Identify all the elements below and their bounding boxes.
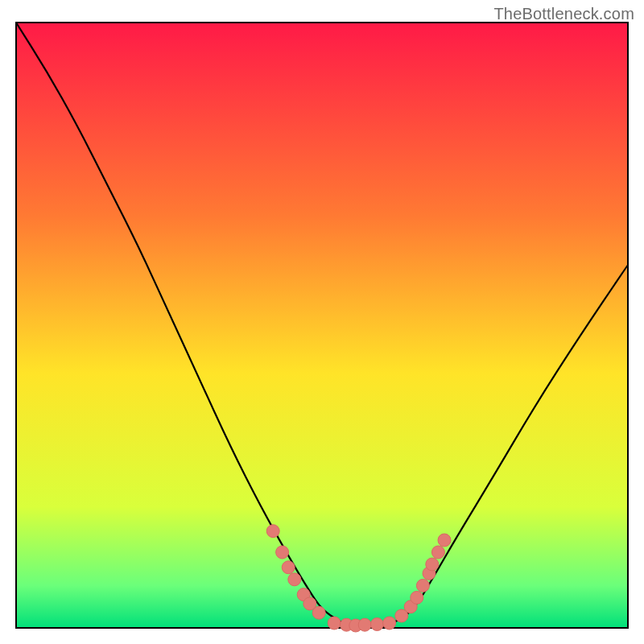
data-marker [438, 534, 451, 547]
data-marker [282, 561, 295, 574]
data-marker [426, 558, 439, 571]
data-marker [266, 525, 279, 538]
data-marker [370, 618, 383, 631]
data-marker [411, 591, 423, 604]
data-marker [383, 617, 396, 630]
data-marker [358, 618, 371, 631]
data-marker [288, 573, 301, 586]
bottleneck-chart [0, 0, 644, 644]
data-marker [416, 579, 429, 592]
watermark-text: TheBottleneck.com [493, 5, 634, 23]
data-marker [312, 606, 325, 619]
data-marker [276, 546, 289, 559]
data-marker [431, 546, 444, 559]
plot-background [16, 23, 628, 628]
data-marker [328, 617, 341, 630]
chart-container: TheBottleneck.com [0, 0, 644, 644]
